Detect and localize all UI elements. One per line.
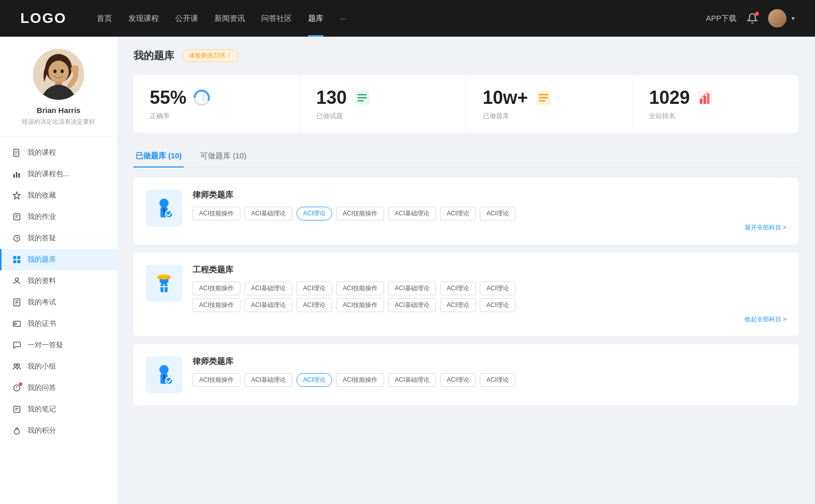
collapse-button-1[interactable]: 收起全部科目 > [745,315,786,324]
tag-1r2-6[interactable]: ACI理论 [480,298,515,312]
tag-1-0[interactable]: ACI技能操作 [193,282,240,295]
tag-0-6[interactable]: ACI理论 [480,207,515,220]
file-icon [12,148,21,157]
svg-rect-22 [13,260,16,263]
qbank-card-1: 工程类题库 ACI技能操作 ACI基础理论 ACI理论 ACI技能操作 ACI基… [133,253,799,336]
user-section: Brian Harris 错误的决定比没有决定要好 [0,49,117,137]
svg-rect-11 [13,174,15,178]
svg-point-4 [53,70,57,73]
nav-qbank[interactable]: 题库 [308,14,323,23]
tag-1r2-0[interactable]: ACI技能操作 [193,298,240,312]
expand-button-0[interactable]: 展开全部科目 > [745,223,786,232]
sidebar-item-my-favorites[interactable]: 我的收藏 [0,185,117,206]
nav-home[interactable]: 首页 [97,14,112,23]
nav-opencourse[interactable]: 公开课 [175,14,198,23]
app-download-button[interactable]: APP下载 [706,14,737,23]
qbank-title-0: 律师类题库 [193,190,786,201]
nav-more[interactable]: ··· [340,14,346,23]
tag-2-2[interactable]: ACI理论 [296,373,332,387]
sidebar-item-my-qbank[interactable]: 我的题库 [0,249,117,270]
question-circle-icon: ? [12,234,21,243]
sidebar-item-my-points[interactable]: 我的积分 [0,420,117,441]
nav-qa[interactable]: 问答社区 [261,14,292,23]
nav-news[interactable]: 新闻资讯 [214,14,245,23]
tag-2-5[interactable]: ACI理论 [440,373,476,387]
sidebar-item-label: 我的积分 [28,426,56,435]
qbank-tags-0: ACI技能操作 ACI基础理论 ACI理论 ACI技能操作 ACI基础理论 AC… [193,207,786,220]
chat-icon [12,341,21,350]
tag-1r2-4[interactable]: ACI基础理论 [388,298,436,312]
tab-done-banks[interactable]: 已做题库 (10) [133,145,184,167]
nav-discover[interactable]: 发现课程 [128,14,159,23]
medal-icon [12,426,21,435]
group-icon [12,362,21,371]
stat-ranking: 1029 全站排名 [633,75,799,133]
sidebar-item-my-homework[interactable]: 我的作业 [0,206,117,228]
logo: LOGO [20,10,66,26]
tag-1-6[interactable]: ACI理论 [480,282,515,295]
sidebar-item-one-on-one[interactable]: 一对一答疑 [0,334,117,356]
tag-0-4[interactable]: ACI基础理论 [388,207,436,220]
sidebar-item-my-notes[interactable]: 我的笔记 [0,399,117,420]
tag-0-0[interactable]: ACI技能操作 [193,207,240,220]
sidebar-item-my-exam[interactable]: 我的考试 [0,292,117,313]
tag-1r2-2[interactable]: ACI理论 [296,298,332,312]
main-layout: Brian Harris 错误的决定比没有决定要好 我的课程 我的课程包... [0,37,815,504]
tag-1-3[interactable]: ACI技能操作 [336,282,384,295]
sidebar-item-label: 我的小组 [28,362,56,371]
sidebar-item-label: 我的考试 [28,298,56,307]
avatar [33,49,84,100]
tag-1-1[interactable]: ACI基础理论 [244,282,292,295]
sidebar-item-my-package[interactable]: 我的课程包... [0,163,117,185]
star-icon [12,191,21,200]
sidebar-item-label: 我的证书 [28,319,56,328]
tag-2-6[interactable]: ACI理论 [480,373,515,387]
sidebar-item-label: 我的课程 [28,148,56,157]
user-icon [12,276,21,286]
tag-0-5[interactable]: ACI理论 [440,207,476,220]
homework-icon [12,212,21,221]
list-green-icon [353,89,371,107]
tag-1r2-5[interactable]: ACI理论 [440,298,476,312]
qbank-card-2: 律师类题库 ACI技能操作 ACI基础理论 ACI理论 ACI技能操作 ACI基… [133,344,799,405]
sidebar-item-label: 我的笔记 [28,405,56,414]
tag-2-3[interactable]: ACI技能操作 [336,373,384,387]
sidebar-item-my-qa[interactable]: ? 我的答疑 [0,228,117,249]
nav-avatar [768,9,786,27]
svg-rect-53 [703,96,706,104]
tab-available-banks[interactable]: 可做题库 (10) [198,145,249,167]
tag-1r2-3[interactable]: ACI技能操作 [336,298,384,312]
tag-2-0[interactable]: ACI技能操作 [193,373,240,387]
tag-0-3[interactable]: ACI技能操作 [336,207,384,220]
sidebar-item-my-profile[interactable]: 我的资料 [0,270,117,292]
qbank-content-1: 工程类题库 ACI技能操作 ACI基础理论 ACI理论 ACI技能操作 ACI基… [193,265,786,324]
notification-bell[interactable] [747,13,758,24]
sidebar-item-my-courses[interactable]: 我的课程 [0,142,117,163]
sidebar-item-label: 我的资料 [28,276,56,286]
svg-point-39 [14,429,19,434]
tag-1-4[interactable]: ACI基础理论 [388,282,436,295]
sidebar-item-label: 我的答疑 [28,234,56,243]
tag-0-2[interactable]: ACI理论 [296,207,332,220]
stat-ranking-value: 1029 [649,87,690,108]
svg-rect-23 [17,260,20,263]
qbank-card-0: 律师类题库 ACI技能操作 ACI基础理论 ACI理论 ACI技能操作 ACI基… [133,178,799,244]
stat-done-banks-label: 已做题库 [483,111,616,121]
main-content: 我的题库 体验剩余23天！ 55% 正确率 [117,37,815,504]
tag-1r2-1[interactable]: ACI基础理论 [244,298,292,312]
tag-0-1[interactable]: ACI基础理论 [244,207,292,220]
note-icon [12,405,21,414]
svg-rect-13 [18,173,20,178]
sidebar-item-my-qna[interactable]: 我的问答 [0,377,117,399]
tag-1-2[interactable]: ACI理论 [296,282,332,295]
svg-rect-20 [13,256,16,259]
tag-2-4[interactable]: ACI基础理论 [388,373,436,387]
stat-done-questions-value: 130 [316,87,347,108]
qbank-title-1: 工程类题库 [193,265,786,275]
qna-notification-dot [19,382,22,386]
user-profile-button[interactable]: ▾ [768,9,795,27]
sidebar-item-my-group[interactable]: 我的小组 [0,356,117,377]
sidebar-item-my-cert[interactable]: 我的证书 [0,313,117,334]
tag-1-5[interactable]: ACI理论 [440,282,476,295]
tag-2-1[interactable]: ACI基础理论 [244,373,292,387]
